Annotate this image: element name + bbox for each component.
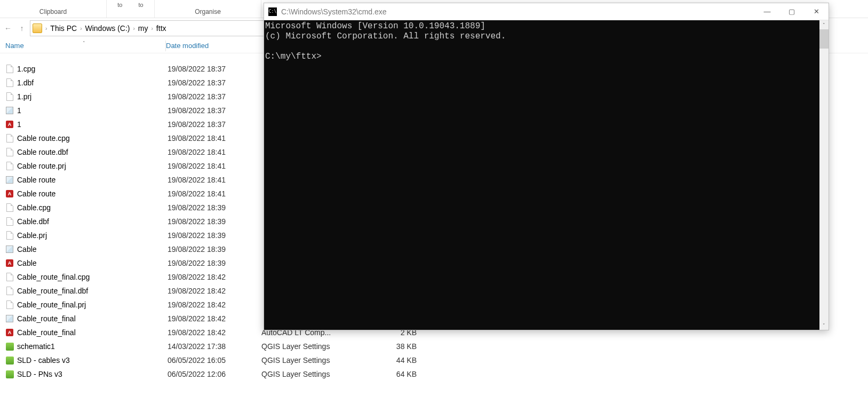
cmd-terminal[interactable]: Microsoft Windows [Version 10.0.19043.18… — [264, 20, 819, 330]
file-date: 19/08/2022 18:37 — [168, 120, 261, 129]
cmd-scrollbar[interactable]: ˄ ˅ — [819, 20, 829, 330]
file-icon — [5, 176, 14, 184]
cmd-line: (c) Microsoft Corporation. All rights re… — [265, 31, 506, 41]
file-date: 19/08/2022 18:42 — [168, 300, 261, 309]
nav-up-button[interactable]: ↑ — [16, 21, 28, 35]
chevron-right-icon: › — [45, 26, 47, 31]
file-name: Cable route — [17, 176, 168, 184]
file-size: 38 KB — [385, 342, 417, 351]
file-name: Cable — [17, 259, 168, 267]
file-icon — [5, 273, 14, 281]
file-date: 19/08/2022 18:37 — [168, 92, 261, 101]
file-date: 19/08/2022 18:41 — [168, 134, 261, 142]
file-name: Cable.cpg — [17, 203, 168, 212]
file-date: 14/03/2022 17:38 — [168, 342, 261, 351]
file-name: Cable.prj — [17, 231, 168, 240]
file-name: Cable route.dbf — [17, 148, 168, 156]
file-icon: A — [5, 328, 14, 337]
scroll-down-button[interactable]: ˅ — [819, 321, 829, 330]
file-icon — [5, 106, 14, 115]
file-name: 1 — [17, 106, 168, 115]
file-icon — [5, 162, 14, 170]
breadcrumb[interactable]: This PC — [50, 24, 77, 33]
file-row[interactable]: SLD - cables v306/05/2022 16:05QGIS Laye… — [0, 353, 868, 367]
file-icon — [5, 245, 14, 254]
file-icon — [5, 217, 14, 226]
file-type: QGIS Layer Settings — [261, 342, 385, 351]
file-date: 19/08/2022 18:42 — [168, 328, 261, 337]
ribbon-group-organise: Organise — [155, 0, 261, 18]
file-size: 64 KB — [385, 370, 417, 378]
cmd-prompt: C:\my\fttx> — [265, 52, 322, 61]
file-name: Cable_route_final.dbf — [17, 287, 168, 295]
file-name: Cable route.cpg — [17, 134, 168, 142]
close-button[interactable]: ✕ — [804, 3, 829, 20]
file-name: 1.cpg — [17, 65, 168, 73]
file-icon — [5, 134, 14, 142]
file-name: Cable_route_final.cpg — [17, 273, 168, 281]
cmd-titlebar[interactable]: C:\ C:\Windows\System32\cmd.exe — ▢ ✕ — [264, 3, 829, 20]
file-date: 19/08/2022 18:37 — [168, 78, 261, 87]
file-date: 19/08/2022 18:42 — [168, 314, 261, 323]
file-row[interactable]: schematic114/03/2022 17:38QGIS Layer Set… — [0, 339, 868, 353]
folder-icon — [33, 23, 42, 33]
file-name: 1.prj — [17, 92, 168, 101]
ribbon-group-clipboard: Clipboard — [0, 0, 107, 18]
minimize-button[interactable]: — — [755, 3, 779, 20]
file-date: 06/05/2022 12:06 — [168, 370, 261, 378]
file-name: 1 — [17, 120, 168, 129]
file-name: Cable route.prj — [17, 162, 168, 170]
file-date: 19/08/2022 18:39 — [168, 217, 261, 226]
cmd-line: Microsoft Windows [Version 10.0.19043.18… — [265, 21, 485, 31]
file-name: Cable_route_final — [17, 328, 168, 337]
file-name: SLD - cables v3 — [17, 356, 168, 365]
file-icon — [5, 148, 14, 156]
file-name: Cable_route_final.prj — [17, 300, 168, 309]
file-size: 44 KB — [385, 356, 417, 365]
file-date: 19/08/2022 18:39 — [168, 245, 261, 254]
file-date: 06/05/2022 16:05 — [168, 356, 261, 365]
file-name: Cable — [17, 245, 168, 254]
file-icon — [5, 314, 14, 323]
file-type: QGIS Layer Settings — [261, 356, 385, 365]
file-icon — [5, 78, 14, 87]
ribbon-label: to — [117, 2, 122, 8]
file-date: 19/08/2022 18:37 — [168, 106, 261, 115]
nav-back-button[interactable]: ← — [2, 21, 14, 35]
breadcrumb-bar[interactable]: › This PC › Windows (C:) › my › fttx — [30, 20, 265, 36]
file-date: 19/08/2022 18:41 — [168, 162, 261, 170]
breadcrumb[interactable]: Windows (C:) — [85, 24, 130, 33]
chevron-right-icon: › — [133, 26, 135, 31]
file-icon — [5, 65, 14, 73]
column-header-name[interactable]: Name ˄ — [0, 42, 165, 50]
file-date: 19/08/2022 18:39 — [168, 259, 261, 267]
file-icon — [5, 92, 14, 101]
file-icon — [5, 203, 14, 212]
file-date: 19/08/2022 18:41 — [168, 189, 261, 198]
column-header-date[interactable]: Date modified — [166, 42, 259, 50]
cmd-window: C:\ C:\Windows\System32\cmd.exe — ▢ ✕ Mi… — [264, 3, 829, 330]
cmd-icon: C:\ — [268, 7, 277, 16]
file-icon — [5, 300, 14, 309]
chevron-right-icon: › — [152, 26, 153, 31]
scroll-track[interactable] — [819, 49, 829, 321]
file-name: Cable.dbf — [17, 217, 168, 226]
ribbon-label: Organise — [195, 8, 221, 15]
file-icon: A — [5, 120, 14, 129]
maximize-button[interactable]: ▢ — [779, 3, 804, 20]
file-icon — [5, 370, 14, 378]
breadcrumb[interactable]: fttx — [156, 24, 166, 33]
column-label: Name — [5, 42, 24, 50]
ribbon-label: Clipboard — [39, 8, 67, 15]
file-name: 1.dbf — [17, 78, 168, 87]
file-name: Cable_route_final — [17, 314, 168, 323]
file-icon — [5, 356, 14, 365]
file-row[interactable]: SLD - PNs v306/05/2022 12:06QGIS Layer S… — [0, 367, 868, 381]
scroll-thumb[interactable] — [819, 29, 829, 49]
breadcrumb[interactable]: my — [138, 24, 148, 33]
chevron-right-icon: › — [80, 26, 82, 31]
scroll-up-button[interactable]: ˄ — [819, 20, 829, 29]
file-name: SLD - PNs v3 — [17, 370, 168, 378]
ribbon-label: to — [139, 2, 144, 8]
file-name: Cable route — [17, 189, 168, 198]
